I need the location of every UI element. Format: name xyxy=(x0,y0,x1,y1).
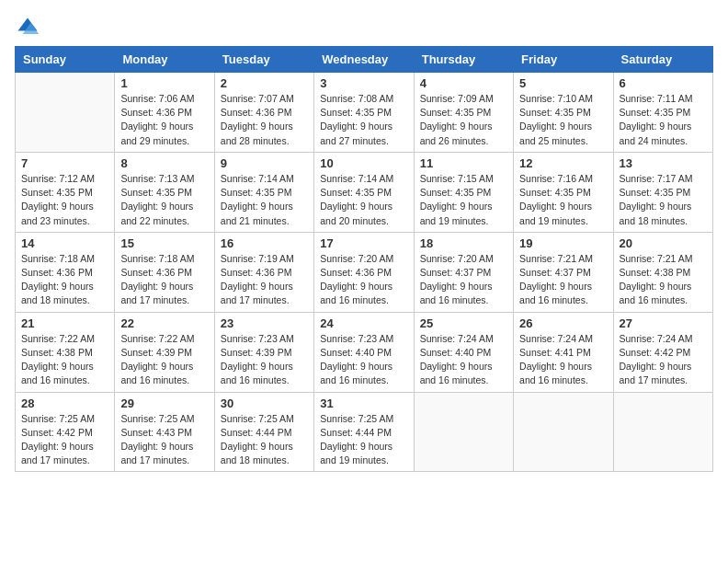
calendar-header-row: SundayMondayTuesdayWednesdayThursdayFrid… xyxy=(16,47,713,73)
day-info: Sunrise: 7:23 AMSunset: 4:39 PMDaylight:… xyxy=(221,332,308,388)
calendar-cell: 13Sunrise: 7:17 AMSunset: 4:35 PMDayligh… xyxy=(613,152,712,232)
calendar-cell: 29Sunrise: 7:25 AMSunset: 4:43 PMDayligh… xyxy=(115,392,214,472)
day-info: Sunrise: 7:14 AMSunset: 4:35 PMDaylight:… xyxy=(221,172,308,228)
day-info: Sunrise: 7:10 AMSunset: 4:35 PMDaylight:… xyxy=(519,92,607,148)
day-number: 1 xyxy=(120,76,208,90)
calendar-cell: 19Sunrise: 7:21 AMSunset: 4:37 PMDayligh… xyxy=(514,232,613,312)
calendar-cell: 28Sunrise: 7:25 AMSunset: 4:42 PMDayligh… xyxy=(16,392,115,472)
calendar-cell: 24Sunrise: 7:23 AMSunset: 4:40 PMDayligh… xyxy=(314,312,414,392)
day-number: 19 xyxy=(519,236,607,250)
day-info: Sunrise: 7:15 AMSunset: 4:35 PMDaylight:… xyxy=(420,172,507,228)
logo xyxy=(15,15,44,40)
header-saturday: Saturday xyxy=(613,47,712,73)
day-number: 9 xyxy=(221,156,308,170)
calendar-cell: 30Sunrise: 7:25 AMSunset: 4:44 PMDayligh… xyxy=(214,392,313,472)
calendar-cell: 25Sunrise: 7:24 AMSunset: 4:40 PMDayligh… xyxy=(414,312,513,392)
calendar-cell: 15Sunrise: 7:18 AMSunset: 4:36 PMDayligh… xyxy=(115,232,214,312)
calendar-cell: 2Sunrise: 7:07 AMSunset: 4:36 PMDaylight… xyxy=(214,73,313,153)
day-number: 25 xyxy=(420,316,507,330)
day-number: 2 xyxy=(221,76,308,90)
calendar-cell: 27Sunrise: 7:24 AMSunset: 4:42 PMDayligh… xyxy=(613,312,712,392)
day-info: Sunrise: 7:08 AMSunset: 4:35 PMDaylight:… xyxy=(320,92,407,148)
day-info: Sunrise: 7:13 AMSunset: 4:35 PMDaylight:… xyxy=(120,172,208,228)
calendar-cell: 3Sunrise: 7:08 AMSunset: 4:35 PMDaylight… xyxy=(314,73,414,153)
calendar-week-row: 14Sunrise: 7:18 AMSunset: 4:36 PMDayligh… xyxy=(16,232,713,312)
day-number: 26 xyxy=(519,316,607,330)
day-info: Sunrise: 7:16 AMSunset: 4:35 PMDaylight:… xyxy=(519,172,607,228)
day-info: Sunrise: 7:25 AMSunset: 4:42 PMDaylight:… xyxy=(21,412,108,468)
day-number: 4 xyxy=(420,76,507,90)
day-number: 15 xyxy=(120,236,208,250)
day-info: Sunrise: 7:24 AMSunset: 4:40 PMDaylight:… xyxy=(420,332,507,388)
calendar-cell: 8Sunrise: 7:13 AMSunset: 4:35 PMDaylight… xyxy=(115,152,214,232)
day-number: 12 xyxy=(519,156,607,170)
day-number: 13 xyxy=(620,156,707,170)
day-info: Sunrise: 7:22 AMSunset: 4:39 PMDaylight:… xyxy=(120,332,208,388)
day-info: Sunrise: 7:20 AMSunset: 4:37 PMDaylight:… xyxy=(420,252,507,308)
logo-icon xyxy=(15,15,40,40)
day-info: Sunrise: 7:23 AMSunset: 4:40 PMDaylight:… xyxy=(320,332,407,388)
header-sunday: Sunday xyxy=(16,47,115,73)
day-number: 11 xyxy=(420,156,507,170)
day-number: 3 xyxy=(320,76,407,90)
day-info: Sunrise: 7:07 AMSunset: 4:36 PMDaylight:… xyxy=(221,92,308,148)
calendar-week-row: 21Sunrise: 7:22 AMSunset: 4:38 PMDayligh… xyxy=(16,312,713,392)
page-header xyxy=(15,15,713,40)
calendar-cell: 26Sunrise: 7:24 AMSunset: 4:41 PMDayligh… xyxy=(514,312,613,392)
calendar-cell: 22Sunrise: 7:22 AMSunset: 4:39 PMDayligh… xyxy=(115,312,214,392)
day-number: 16 xyxy=(221,236,308,250)
calendar-cell: 20Sunrise: 7:21 AMSunset: 4:38 PMDayligh… xyxy=(613,232,712,312)
day-number: 20 xyxy=(620,236,707,250)
day-info: Sunrise: 7:11 AMSunset: 4:35 PMDaylight:… xyxy=(620,92,707,148)
calendar-cell: 1Sunrise: 7:06 AMSunset: 4:36 PMDaylight… xyxy=(115,73,214,153)
day-info: Sunrise: 7:06 AMSunset: 4:36 PMDaylight:… xyxy=(120,92,208,148)
calendar-cell: 7Sunrise: 7:12 AMSunset: 4:35 PMDaylight… xyxy=(16,152,115,232)
calendar-cell xyxy=(613,392,712,472)
calendar-cell: 5Sunrise: 7:10 AMSunset: 4:35 PMDaylight… xyxy=(514,73,613,153)
day-info: Sunrise: 7:25 AMSunset: 4:44 PMDaylight:… xyxy=(221,412,308,468)
day-info: Sunrise: 7:19 AMSunset: 4:36 PMDaylight:… xyxy=(221,252,308,308)
calendar-week-row: 7Sunrise: 7:12 AMSunset: 4:35 PMDaylight… xyxy=(16,152,713,232)
header-tuesday: Tuesday xyxy=(214,47,313,73)
day-info: Sunrise: 7:20 AMSunset: 4:36 PMDaylight:… xyxy=(320,252,407,308)
day-number: 28 xyxy=(21,396,108,410)
header-friday: Friday xyxy=(514,47,613,73)
day-info: Sunrise: 7:22 AMSunset: 4:38 PMDaylight:… xyxy=(21,332,108,388)
calendar-cell: 14Sunrise: 7:18 AMSunset: 4:36 PMDayligh… xyxy=(16,232,115,312)
calendar-cell: 6Sunrise: 7:11 AMSunset: 4:35 PMDaylight… xyxy=(613,73,712,153)
calendar-cell: 10Sunrise: 7:14 AMSunset: 4:35 PMDayligh… xyxy=(314,152,414,232)
day-number: 21 xyxy=(21,316,108,330)
header-monday: Monday xyxy=(115,47,214,73)
day-number: 29 xyxy=(120,396,208,410)
day-info: Sunrise: 7:24 AMSunset: 4:42 PMDaylight:… xyxy=(620,332,707,388)
day-info: Sunrise: 7:21 AMSunset: 4:37 PMDaylight:… xyxy=(519,252,607,308)
day-number: 31 xyxy=(320,396,407,410)
day-number: 8 xyxy=(120,156,208,170)
day-info: Sunrise: 7:18 AMSunset: 4:36 PMDaylight:… xyxy=(120,252,208,308)
calendar-cell xyxy=(414,392,513,472)
header-thursday: Thursday xyxy=(414,47,513,73)
calendar-cell: 31Sunrise: 7:25 AMSunset: 4:44 PMDayligh… xyxy=(314,392,414,472)
day-number: 30 xyxy=(221,396,308,410)
day-info: Sunrise: 7:09 AMSunset: 4:35 PMDaylight:… xyxy=(420,92,507,148)
day-info: Sunrise: 7:12 AMSunset: 4:35 PMDaylight:… xyxy=(21,172,108,228)
day-info: Sunrise: 7:17 AMSunset: 4:35 PMDaylight:… xyxy=(620,172,707,228)
calendar-cell: 16Sunrise: 7:19 AMSunset: 4:36 PMDayligh… xyxy=(214,232,313,312)
day-number: 7 xyxy=(21,156,108,170)
day-number: 23 xyxy=(221,316,308,330)
calendar-cell: 21Sunrise: 7:22 AMSunset: 4:38 PMDayligh… xyxy=(16,312,115,392)
calendar-cell xyxy=(514,392,613,472)
day-number: 24 xyxy=(320,316,407,330)
day-info: Sunrise: 7:21 AMSunset: 4:38 PMDaylight:… xyxy=(620,252,707,308)
day-info: Sunrise: 7:24 AMSunset: 4:41 PMDaylight:… xyxy=(519,332,607,388)
calendar-cell: 18Sunrise: 7:20 AMSunset: 4:37 PMDayligh… xyxy=(414,232,513,312)
calendar-cell: 17Sunrise: 7:20 AMSunset: 4:36 PMDayligh… xyxy=(314,232,414,312)
calendar-cell: 11Sunrise: 7:15 AMSunset: 4:35 PMDayligh… xyxy=(414,152,513,232)
calendar-cell: 12Sunrise: 7:16 AMSunset: 4:35 PMDayligh… xyxy=(514,152,613,232)
calendar-cell: 9Sunrise: 7:14 AMSunset: 4:35 PMDaylight… xyxy=(214,152,313,232)
day-number: 10 xyxy=(320,156,407,170)
day-number: 14 xyxy=(21,236,108,250)
calendar-week-row: 1Sunrise: 7:06 AMSunset: 4:36 PMDaylight… xyxy=(16,73,713,153)
day-info: Sunrise: 7:25 AMSunset: 4:44 PMDaylight:… xyxy=(320,412,407,468)
day-info: Sunrise: 7:14 AMSunset: 4:35 PMDaylight:… xyxy=(320,172,407,228)
